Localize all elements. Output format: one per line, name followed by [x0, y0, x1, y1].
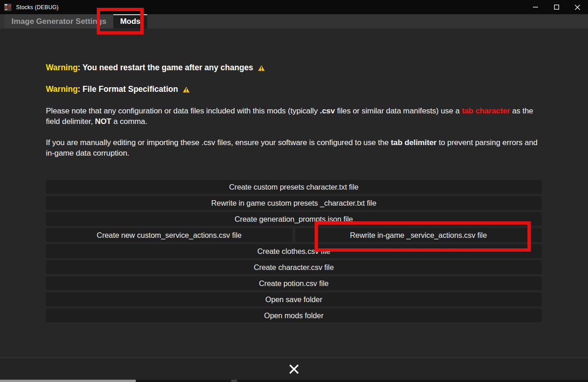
window-title: Stocks (DEBUG)	[16, 4, 59, 11]
text-segment: tab delimiter	[391, 138, 437, 147]
warning-prefix: Warning	[46, 63, 78, 72]
tab-image-generator-settings[interactable]: Image Generator Settings	[5, 14, 113, 28]
open-save-folder-button[interactable]: Open save folder	[46, 292, 542, 306]
create-clothes-csv-button[interactable]: Create clothes.csv file	[46, 244, 542, 258]
rewrite-in-game-custom-presets-character-txt-button[interactable]: Rewrite in game custom presets _characte…	[46, 196, 542, 210]
create-custom-presets-character-txt-button[interactable]: Create custom presets character.txt file	[46, 180, 542, 194]
text-segment: NOT	[95, 117, 111, 126]
paragraph-editing-note: If you are manually editing or importing…	[46, 137, 544, 158]
bottom-strip-segment	[231, 380, 237, 382]
warning-restart-text: Warning: You need restart the game after…	[46, 63, 253, 73]
text-segment: If you are manually editing or importing…	[46, 138, 391, 147]
tab-bar: Image Generator SettingsMods	[0, 14, 588, 28]
footer-close-button[interactable]	[288, 364, 300, 375]
window-controls	[525, 0, 588, 14]
title-bar: Stocks (DEBUG)	[0, 0, 588, 14]
warning-format-line: Warning: File Format Specification	[46, 84, 190, 94]
button-row: Rewrite in game custom presets _characte…	[46, 196, 542, 210]
minimize-icon	[533, 5, 538, 10]
tab-mods[interactable]: Mods	[113, 14, 147, 28]
close-button[interactable]	[567, 0, 588, 14]
text-segment: tab character	[462, 107, 510, 115]
warning-format-text: Warning: File Format Specification	[46, 84, 178, 94]
maximize-icon	[554, 5, 559, 10]
create-potion-csv-button[interactable]: Create potion.csv file	[46, 276, 542, 290]
warning-triangle-icon	[182, 86, 190, 93]
warning-triangle-icon	[257, 64, 266, 72]
warning-restart-line: Warning: You need restart the game after…	[46, 63, 266, 73]
button-row: Create generation_prompts.json file	[46, 212, 542, 226]
rewrite-in-game-service-actions-csv-button[interactable]: Rewrite in-game _service_actions.csv fil…	[295, 228, 542, 242]
button-row: Open save folder	[46, 292, 542, 306]
button-row: Open mods folder	[46, 309, 542, 322]
bottom-strip-segment	[0, 380, 136, 382]
create-generation-prompts-json-button[interactable]: Create generation_prompts.json file	[46, 212, 542, 226]
button-row: Create clothes.csv file	[46, 244, 542, 258]
paragraph-delimiter-note: Please note that any configuration or da…	[46, 106, 544, 127]
warning-rest: : You need restart the game after any ch…	[78, 63, 253, 72]
maximize-button[interactable]	[546, 0, 567, 14]
close-icon	[288, 364, 300, 375]
open-mods-folder-button[interactable]: Open mods folder	[46, 309, 542, 322]
button-row: Create new custom_service_actions.csv fi…	[46, 228, 542, 242]
create-new-custom-service-actions-csv-button[interactable]: Create new custom_service_actions.csv fi…	[46, 228, 293, 242]
text-segment: Please note that any configuration or da…	[46, 107, 320, 115]
close-icon	[575, 5, 580, 10]
warning-rest: : File Format Specification	[78, 84, 178, 94]
app-window: Stocks (DEBUG) Image Generator SettingsM…	[0, 0, 588, 382]
text-segment: files or similar data manifests) use a	[335, 107, 462, 115]
warning-prefix: Warning	[46, 84, 78, 94]
mod-actions: Create custom presets character.txt file…	[46, 180, 542, 325]
text-segment: a comma.	[111, 117, 147, 126]
bottom-strip	[0, 380, 588, 382]
button-row: Create character.csv file	[46, 260, 542, 274]
minimize-button[interactable]	[525, 0, 546, 14]
text-segment: .csv	[320, 107, 335, 115]
button-row: Create potion.csv file	[46, 276, 542, 290]
footer-bar	[0, 358, 588, 380]
app-icon	[4, 4, 11, 11]
create-character-csv-button[interactable]: Create character.csv file	[46, 260, 542, 274]
button-row: Create custom presets character.txt file	[46, 180, 542, 194]
